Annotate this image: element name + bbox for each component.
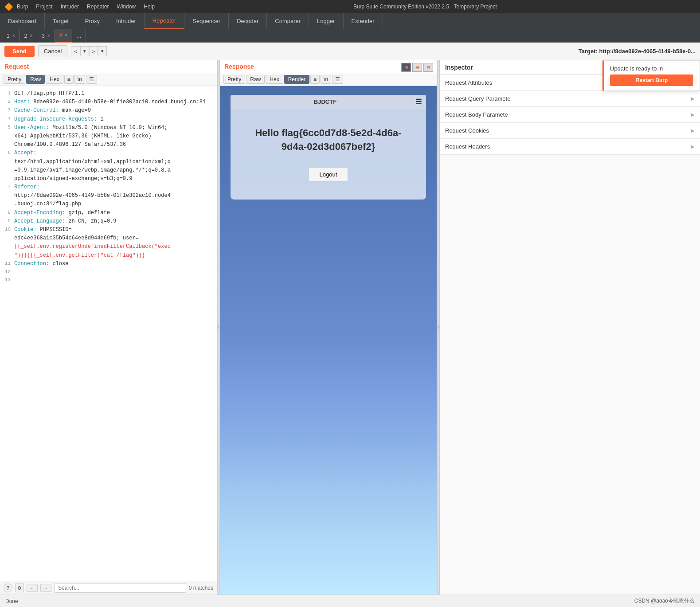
request-line-13: 13 — [2, 276, 213, 284]
response-menu-btn[interactable]: ☰ — [332, 75, 343, 84]
title-bar-title: Burp Suite Community Edition v2022.2.5 -… — [155, 4, 696, 10]
status-right: CSDN @aoao今晚吃什么 — [634, 597, 695, 605]
inspector-item-query-params[interactable]: Request Query Paramete ▶ — [440, 91, 700, 107]
toolbar: Send Cancel < ▾ > ▾ Target: http://8dae0… — [0, 43, 700, 60]
inspector-item-label: Request Headers — [445, 143, 490, 150]
view-split-icon[interactable]: ⊞ — [401, 63, 411, 72]
request-format-btn[interactable]: ≡ — [64, 75, 74, 84]
chevron-right-icon: ▶ — [691, 112, 695, 117]
tab-intruder[interactable]: Intruder — [108, 13, 145, 29]
next-dropdown[interactable]: ▾ — [98, 46, 107, 56]
response-format-btn[interactable]: ≡ — [310, 75, 320, 84]
tab-proxy[interactable]: Proxy — [77, 13, 108, 29]
logout-button[interactable]: Logout — [309, 167, 348, 182]
menu-window[interactable]: Window — [117, 4, 136, 10]
flag-text: Hello flag{6cc0d7d8-5e2d-4d6a-9d4a-02d3d… — [244, 126, 412, 154]
main-content: Request Pretty Raw Hex ≡ \n ☰ 1 GET /fla… — [0, 60, 700, 595]
update-banner: Update is ready to in Restart Burp — [602, 60, 700, 91]
inspector-item-headers[interactable]: Request Headers ▶ — [440, 139, 700, 155]
view-compact-icon[interactable]: ⊟ — [423, 63, 433, 72]
inspector-item-label: Request Query Paramete — [445, 95, 510, 102]
menu-help[interactable]: Help — [144, 4, 155, 10]
request-line-5: 5 User-Agent: Mozilla/5.0 (Windows NT 10… — [2, 124, 213, 149]
request-line-11: 11 Connection: close — [2, 260, 213, 268]
request-line-2: 2 Host: 8dae092e-4065-4149-b58e-01f1e302… — [2, 98, 213, 106]
response-wrap-btn[interactable]: \n — [321, 75, 331, 84]
site-name: BJDCTF — [235, 98, 415, 105]
tab-sequencer[interactable]: Sequencer — [184, 13, 229, 29]
status-left: Done — [5, 598, 18, 604]
tab-dashboard[interactable]: Dashboard — [0, 13, 45, 29]
repeater-tab-3[interactable]: 3 × — [37, 29, 55, 43]
repeater-tab-more[interactable]: ... — [72, 29, 86, 43]
status-bar: Done CSDN @aoao今晚吃什么 — [0, 595, 700, 607]
prev-button[interactable]: < — [71, 46, 80, 56]
view-list-icon[interactable]: ☰ — [412, 63, 422, 72]
request-pretty-btn[interactable]: Pretty — [4, 75, 25, 84]
menu-burp[interactable]: Burp — [17, 4, 28, 10]
inspector-item-cookies[interactable]: Request Cookies ▶ — [440, 123, 700, 139]
tab-logger[interactable]: Logger — [309, 13, 343, 29]
tab-comparer[interactable]: Comparer — [267, 13, 309, 29]
request-line-4: 4 Upgrade-Insecure-Requests: 1 — [2, 115, 213, 124]
request-line-7: 7 Referer: http://8dae092e-4065-4149-b58… — [2, 183, 213, 209]
response-pretty-btn[interactable]: Pretty — [223, 75, 245, 84]
request-view-toggle: Pretty Raw Hex ≡ \n ☰ — [0, 73, 217, 86]
response-panel-top: Response ⊞ ☰ ⊟ Pretty Raw Hex Render ≡ \… — [220, 60, 437, 86]
request-wrap-btn[interactable]: \n — [74, 75, 85, 84]
update-text: Update is ready to in — [610, 65, 693, 72]
request-line-6: 6 Accept: text/html,application/xhtml+xm… — [2, 149, 213, 183]
response-header: Response ⊞ ☰ ⊟ — [220, 60, 437, 73]
tab-repeater[interactable]: Repeater — [145, 13, 184, 29]
send-button[interactable]: Send — [4, 46, 35, 57]
response-panel: Response ⊞ ☰ ⊟ Pretty Raw Hex Render ≡ \… — [220, 60, 437, 595]
tab-target[interactable]: Target — [45, 13, 77, 29]
browser-nav-bar: BJDCTF ☰ — [231, 95, 426, 109]
request-line-8: 8 Accept-Encoding: gzip, deflate — [2, 209, 213, 217]
forward-button[interactable]: → — [40, 584, 51, 592]
response-raw-btn[interactable]: Raw — [246, 75, 265, 84]
main-nav: Dashboard Target Proxy Intruder Repeater… — [0, 13, 700, 29]
title-bar-menus: Burp Project Intruder Repeater Window He… — [17, 4, 155, 10]
restart-burp-button[interactable]: Restart Burp — [610, 74, 693, 86]
prev-dropdown[interactable]: ▾ — [80, 46, 89, 56]
next-button[interactable]: > — [89, 46, 98, 56]
response-view-icons: ⊞ ☰ ⊟ — [401, 63, 433, 72]
response-title: Response — [224, 63, 254, 70]
tab-extender[interactable]: Extender — [344, 13, 383, 29]
request-menu-btn[interactable]: ☰ — [86, 75, 97, 84]
inspector-item-label: Request Attributes — [445, 79, 492, 86]
help-button[interactable]: ? — [4, 584, 12, 592]
search-count: 0 matches — [189, 585, 213, 591]
back-button[interactable]: ← — [27, 584, 38, 592]
nav-buttons: < ▾ > ▾ — [71, 46, 107, 56]
search-input[interactable] — [54, 583, 186, 593]
request-title: Request — [4, 63, 29, 70]
request-line-1: 1 GET /flag.php HTTP/1.1 — [2, 90, 213, 98]
tab-decoder[interactable]: Decoder — [229, 13, 267, 29]
request-hex-btn[interactable]: Hex — [46, 75, 63, 84]
menu-intruder[interactable]: Intruder — [61, 4, 79, 10]
repeater-tab-2[interactable]: 2 × — [20, 29, 38, 43]
repeater-tabs: 1 × 2 × 3 × 4 × ... — [0, 29, 700, 43]
cancel-button[interactable]: Cancel — [38, 45, 67, 57]
request-line-12: 12 — [2, 268, 213, 276]
response-hex-btn[interactable]: Hex — [266, 75, 283, 84]
request-body: 1 GET /flag.php HTTP/1.1 2 Host: 8dae092… — [0, 86, 217, 581]
repeater-tab-1[interactable]: 1 × — [2, 29, 20, 43]
response-render-btn[interactable]: Render — [284, 75, 309, 84]
chevron-right-icon: ▶ — [691, 128, 695, 133]
request-panel: Request Pretty Raw Hex ≡ \n ☰ 1 GET /fla… — [0, 60, 217, 595]
chevron-right-icon: ▶ — [691, 96, 695, 101]
settings-button[interactable]: ⚙ — [15, 584, 24, 592]
menu-project[interactable]: Project — [36, 4, 52, 10]
inspector-item-label: Request Cookies — [445, 127, 489, 134]
response-view-toggle: Pretty Raw Hex Render ≡ \n ☰ — [220, 73, 437, 86]
menu-repeater[interactable]: Repeater — [87, 4, 109, 10]
request-search-bar: ? ⚙ ← → 0 matches — [0, 581, 217, 595]
request-raw-btn[interactable]: Raw — [26, 75, 45, 84]
hamburger-icon[interactable]: ☰ — [415, 98, 422, 106]
inspector-item-body-params[interactable]: Request Body Paramete ▶ — [440, 107, 700, 123]
browser-frame: BJDCTF ☰ Hello flag{6cc0d7d8-5e2d-4d6a-9… — [220, 86, 437, 595]
repeater-tab-4[interactable]: 4 × — [55, 29, 73, 43]
